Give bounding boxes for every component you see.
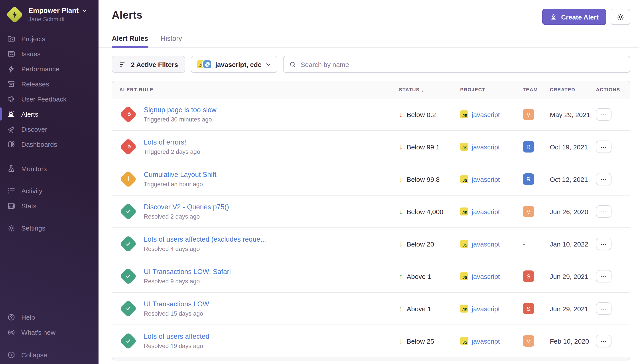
col-actions: Actions (596, 87, 622, 92)
project-link[interactable]: javascript (472, 143, 500, 150)
sidebar-item-stats[interactable]: Stats (0, 198, 99, 213)
alert-rule-link[interactable]: Lots of users affected (excludes reque… (144, 236, 267, 244)
check-icon (124, 240, 132, 248)
sidebar-item-dashboards[interactable]: Dashboards (0, 136, 99, 152)
megaphone-icon (7, 94, 16, 103)
alert-rule-link[interactable]: Signup page is too slow (144, 106, 216, 114)
status-cell: ↓ Below 25 (399, 337, 460, 345)
team-avatar: - (523, 238, 534, 250)
org-switcher[interactable]: Empower Plant Jane Schmidt (0, 0, 99, 28)
sidebar-item-issues[interactable]: Issues (0, 46, 99, 61)
alert-rule-link[interactable]: UI Transactions LOW (144, 300, 209, 308)
sidebar-item-whats-new[interactable]: What's new (0, 324, 99, 340)
project-link[interactable]: javascript (472, 272, 500, 280)
javascript-icon: JS (460, 143, 468, 151)
team-avatar: S (523, 270, 534, 282)
project-link[interactable]: javascript (472, 240, 500, 248)
project-cell: JS javascript (460, 337, 523, 345)
siren-icon (550, 13, 557, 20)
sidebar-item-collapse[interactable]: Collapse (0, 347, 99, 362)
table-row: ! Lots of users affected Resolved 19 day… (112, 325, 630, 357)
sidebar-item-settings[interactable]: Settings (0, 220, 99, 236)
telescope-icon (7, 124, 16, 134)
status-value: Below 25 (407, 337, 434, 345)
check-icon (124, 208, 132, 216)
performance-icon (7, 64, 16, 73)
alert-severity-icon: ! (119, 267, 137, 285)
chevron-down-icon (82, 8, 87, 13)
activity-list-icon (7, 186, 16, 195)
row-actions-button[interactable]: … (596, 238, 611, 250)
project-link[interactable]: javascript (472, 175, 500, 183)
table-row: ! UI Transactions LOW: Safari Resolved 9… (112, 260, 630, 292)
created-date: Oct 12, 2021 (550, 175, 596, 183)
alert-rule-subtext: Resolved 2 days ago (144, 213, 229, 220)
project-cell: JS javascript (460, 175, 523, 183)
alert-rule-subtext: Triggered 2 days ago (144, 148, 200, 155)
active-filters-button[interactable]: 2 Active Filters (112, 56, 185, 73)
row-actions-button[interactable]: … (596, 108, 611, 120)
col-status[interactable]: Status↓ (399, 86, 460, 93)
flask-icon (7, 164, 16, 173)
project-link[interactable]: javascript (472, 337, 500, 345)
sidebar-item-alerts[interactable]: Alerts (0, 106, 99, 122)
col-project: Project (460, 87, 523, 92)
trend-arrow-icon: ↓ (399, 337, 403, 345)
project-cell: JS javascript (460, 110, 523, 118)
row-actions-button[interactable]: … (596, 140, 611, 153)
table-row: ! Discover V2 - Queries p75() Resolved 2… (112, 196, 630, 228)
issues-icon (7, 49, 16, 58)
status-value: Below 20 (407, 240, 434, 248)
trend-arrow-icon: ↓ (399, 208, 403, 215)
team-cell: - (523, 238, 550, 250)
alert-rule-link[interactable]: UI Transactions LOW: Safari (144, 268, 231, 276)
status-value: Below 99.8 (407, 175, 440, 183)
alert-rule-link[interactable]: Discover V2 - Queries p75() (144, 203, 229, 211)
flame-icon (124, 110, 132, 118)
search-icon (289, 60, 297, 68)
row-actions-button[interactable]: … (596, 335, 611, 347)
tab-alert-rules[interactable]: Alert Rules (112, 34, 148, 48)
status-value: Below 4,000 (407, 208, 443, 215)
sidebar-item-projects[interactable]: Projects (0, 31, 99, 46)
tab-history[interactable]: History (161, 34, 182, 48)
filter-lines-icon (119, 60, 126, 68)
sidebar-item-activity[interactable]: Activity (0, 183, 99, 198)
project-link[interactable]: javascript (472, 208, 500, 215)
row-actions-button[interactable]: … (596, 302, 611, 315)
team-cell: S (523, 303, 550, 314)
sidebar-item-help[interactable]: Help (0, 310, 99, 324)
table-footer-strip (112, 357, 630, 360)
sidebar-item-performance[interactable]: Performance (0, 61, 99, 76)
create-alert-button[interactable]: Create Alert (542, 9, 606, 25)
alert-rule-link[interactable]: Lots of users affected (144, 332, 209, 340)
team-avatar: V (523, 108, 534, 120)
exclamation-icon: ! (127, 176, 130, 183)
python-icon (203, 60, 211, 68)
project-link[interactable]: javascript (472, 110, 500, 118)
sidebar-footer: Help What's new Collapse (0, 310, 99, 362)
javascript-icon: JS (460, 304, 468, 312)
project-link[interactable]: javascript (472, 305, 500, 312)
alert-severity-icon: ! (119, 235, 137, 253)
project-selector[interactable]: JS javascript, cdc (191, 56, 277, 73)
row-actions-button[interactable]: … (596, 270, 611, 282)
search-input[interactable] (301, 60, 624, 68)
sidebar-nav: Projects Issues Performance Releases Use… (0, 31, 99, 236)
sidebar-item-releases[interactable]: Releases (0, 76, 99, 91)
sidebar-item-discover[interactable]: Discover (0, 122, 99, 136)
alert-rule-subtext: Resolved 19 days ago (144, 343, 209, 349)
sidebar-item-monitors[interactable]: Monitors (0, 161, 99, 176)
status-cell: ↓ Below 99.1 (399, 143, 460, 150)
row-actions-button[interactable]: … (596, 205, 611, 218)
alerts-settings-button[interactable] (610, 9, 630, 25)
org-name: Empower Plant (29, 7, 79, 15)
sidebar-item-user-feedback[interactable]: User Feedback (0, 91, 99, 106)
gear-icon (616, 13, 624, 21)
project-cell: JS javascript (460, 304, 523, 312)
row-actions-button[interactable]: … (596, 173, 611, 185)
alert-rule-link[interactable]: Cumulative Layout Shift (144, 171, 216, 179)
check-icon (124, 304, 132, 312)
created-date: May 29, 2021 (550, 110, 596, 118)
alert-rule-link[interactable]: Lots of errors! (144, 138, 200, 146)
